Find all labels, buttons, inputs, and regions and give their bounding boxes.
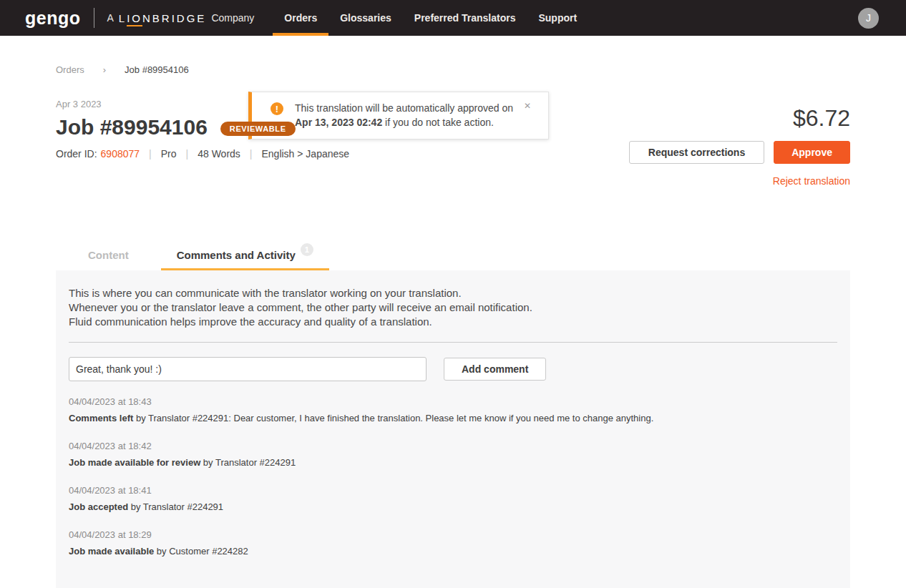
order-id-label: Order ID: (56, 148, 97, 160)
activity-detail: by Translator #224291: Dear customer, I … (133, 413, 653, 423)
activity-action: Comments left (69, 413, 133, 423)
activity-detail: by Customer #224282 (154, 546, 248, 557)
job-tabs: Content Comments and Activity 1 (56, 239, 850, 270)
top-navbar: gengo A LIONBRIDGE Company Orders Glossa… (0, 0, 906, 36)
activity-entry: 04/04/2023 at 18:42 Job made available f… (69, 441, 837, 469)
activity-action: Job made available (69, 546, 154, 557)
comments-intro-line: Fluid communication helps improve the ac… (69, 315, 837, 329)
activity-line: Comments left by Translator #224291: Dea… (69, 413, 837, 424)
activity-timestamp: 04/04/2023 at 18:42 (69, 441, 837, 451)
breadcrumb: Orders › Job #89954106 (56, 64, 850, 75)
job-header: Apr 3 2023 Job #89954106 REVIEWABLE Orde… (56, 99, 850, 160)
activity-line: Job made available by Customer #224282 (69, 546, 837, 557)
gengo-logo[interactable]: gengo (25, 0, 81, 36)
chevron-right-icon: › (103, 64, 106, 75)
activity-timestamp: 04/04/2023 at 18:43 (69, 396, 837, 407)
comments-panel: This is where you can communicate with t… (56, 270, 850, 588)
comment-row: Add comment (69, 357, 837, 381)
lionbridge-logo: A LIONBRIDGE Company (107, 0, 255, 36)
activity-entry: 04/04/2023 at 18:41 Job accepted by Tran… (69, 485, 837, 513)
activity-detail: by Translator #224291 (200, 457, 296, 468)
approve-button[interactable]: Approve (774, 141, 850, 164)
user-avatar[interactable]: J (858, 8, 879, 29)
comments-intro-line: Whenever you or the translator leave a c… (69, 300, 837, 315)
breadcrumb-orders-link[interactable]: Orders (56, 64, 84, 75)
job-tier: Pro (161, 148, 177, 160)
activity-detail: by Translator #224291 (128, 501, 223, 512)
activity-entry: 04/04/2023 at 18:43 Comments left by Tra… (69, 396, 837, 424)
nav-item-preferred-translators[interactable]: Preferred Translators (403, 0, 527, 36)
job-word-count: 48 Words (198, 148, 240, 160)
activity-entry: 04/04/2023 at 18:29 Job made available b… (69, 529, 837, 557)
job-actions: $6.72 Request corrections Approve Reject… (629, 104, 850, 187)
activity-line: Job made available for review by Transla… (69, 457, 837, 469)
nav-item-orders[interactable]: Orders (273, 0, 328, 36)
page-title: Job #89954106 (56, 115, 208, 139)
add-comment-button[interactable]: Add comment (444, 358, 546, 381)
job-price: $6.72 (629, 104, 850, 132)
tab-comments-and-activity[interactable]: Comments and Activity 1 (161, 239, 329, 270)
breadcrumb-current-job: Job #89954106 (125, 64, 189, 75)
order-id-link[interactable]: 6908077 (101, 148, 140, 160)
nav-item-glossaries[interactable]: Glossaries (328, 0, 403, 36)
job-language-pair: English > Japanese (261, 148, 349, 160)
activity-action: Job accepted (69, 501, 128, 512)
comment-input[interactable] (69, 357, 427, 381)
comments-count-badge: 1 (301, 243, 313, 256)
meta-separator: | (186, 148, 189, 160)
lionbridge-io-underline: IO (127, 12, 142, 26)
comments-intro: This is where you can communicate with t… (69, 286, 837, 329)
action-buttons: Request corrections Approve (629, 141, 850, 164)
lionbridge-prefix: A (107, 12, 114, 24)
lionbridge-suffix: Company (211, 12, 254, 24)
page-content: Orders › Job #89954106 ! This translatio… (0, 64, 906, 588)
nav-item-support[interactable]: Support (527, 0, 588, 36)
activity-list: 04/04/2023 at 18:43 Comments left by Tra… (69, 396, 837, 557)
activity-action: Job made available for review (69, 457, 200, 468)
nav-right: J (858, 0, 906, 36)
request-corrections-button[interactable]: Request corrections (629, 141, 764, 164)
nav-divider (94, 8, 94, 28)
reject-translation-link[interactable]: Reject translation (773, 175, 850, 187)
activity-timestamp: 04/04/2023 at 18:41 (69, 485, 837, 496)
panel-divider (69, 342, 837, 343)
activity-line: Job accepted by Translator #224291 (69, 501, 837, 513)
meta-separator: | (149, 148, 152, 160)
status-badge: REVIEWABLE (220, 122, 296, 136)
main-nav: Orders Glossaries Preferred Translators … (273, 0, 588, 36)
activity-timestamp: 04/04/2023 at 18:29 (69, 529, 837, 540)
meta-separator: | (250, 148, 253, 160)
lionbridge-brand: LIONBRIDGE (119, 12, 207, 24)
tab-comments-label: Comments and Activity (177, 249, 296, 261)
tab-content[interactable]: Content (70, 239, 147, 270)
comments-intro-line: This is where you can communicate with t… (69, 286, 837, 300)
